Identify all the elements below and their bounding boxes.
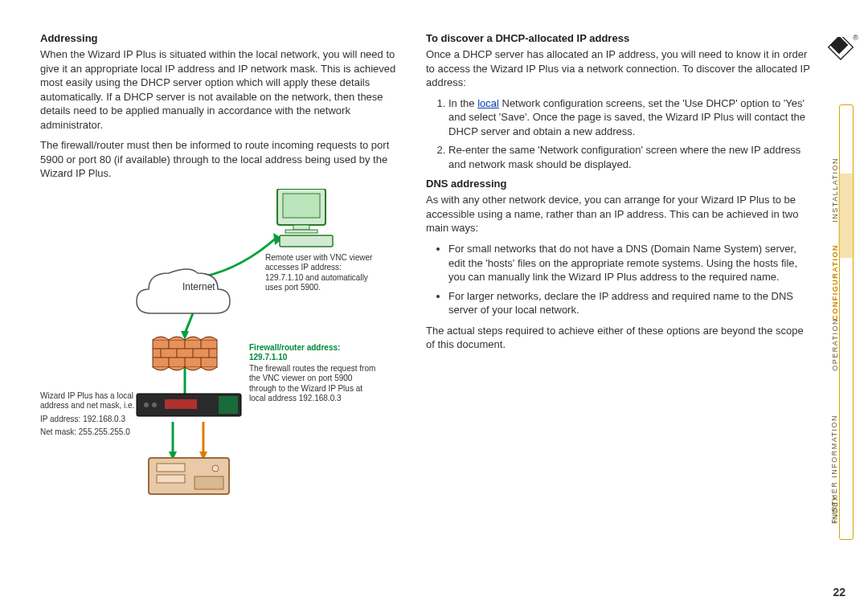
dns-intro: As with any other network device, you ca… [426, 193, 812, 235]
page-number: 22 [833, 586, 845, 599]
discover-intro: Once a DHCP server has allocated an IP a… [426, 47, 812, 90]
firewall-icon [153, 337, 217, 370]
addressing-paragraph-2: The firewall/router must then be informe… [40, 138, 402, 181]
monitor-icon [277, 189, 333, 247]
svg-rect-23 [165, 399, 197, 409]
svg-point-30 [212, 465, 219, 472]
svg-rect-6 [293, 225, 309, 230]
addressing-paragraph-1: When the Wizard IP Plus is situated with… [40, 47, 402, 132]
right-column: To discover a DHCP-allocated IP address … [426, 32, 812, 510]
brand-logo-icon: ® [825, 37, 854, 66]
svg-rect-5 [283, 194, 320, 218]
local-link[interactable]: local [477, 97, 499, 109]
firewall-title: Firewall/router address: 129.7.1.10 [249, 343, 378, 363]
nav-index[interactable]: INDEX [831, 495, 839, 523]
svg-point-26 [152, 403, 157, 407]
svg-rect-29 [157, 475, 185, 483]
wizard-device-icon [137, 394, 241, 416]
internet-label: Internet [182, 281, 215, 292]
dns-option-1: For small networks that do not have a DN… [448, 242, 812, 284]
discover-step-1: In the local Network configuration scree… [448, 96, 812, 139]
nav-configuration[interactable]: CONFIGURATION [831, 244, 839, 321]
remote-user-note: Remote user with VNC viewer accesses IP … [265, 253, 378, 293]
heading-dns: DNS addressing [426, 178, 812, 190]
heading-discover: To discover a DHCP-allocated IP address [426, 32, 812, 44]
dns-options: For small networks that do not have a DN… [426, 242, 812, 317]
svg-rect-24 [219, 396, 238, 414]
firewall-note: The firewall routes the request from the… [249, 364, 378, 404]
dns-option-2: For larger networks, declare the IP addr… [448, 289, 812, 317]
svg-rect-8 [280, 235, 333, 247]
svg-rect-7 [285, 230, 317, 233]
nav-installation[interactable]: INSTALLATION [831, 157, 839, 223]
side-navigation: INSTALLATION CONFIGURATION OPERATION FUR… [839, 104, 854, 540]
wizard-note-line3: Net mask: 255.255.255.0 [40, 427, 145, 438]
wizard-note-line2: IP address: 192.168.0.3 [40, 415, 145, 425]
discover-steps: In the local Network configuration scree… [426, 96, 812, 172]
nav-active-marker [838, 174, 854, 258]
svg-rect-31 [194, 476, 223, 489]
left-column: Addressing When the Wizard IP Plus is si… [40, 32, 402, 510]
server-icon [149, 458, 229, 494]
heading-addressing: Addressing [40, 32, 402, 44]
trademark-symbol: ® [853, 34, 858, 42]
wizard-note-line1: Wizard IP Plus has a local address and n… [40, 391, 145, 411]
dns-scope-note: The actual steps required to achieve eit… [426, 324, 812, 352]
svg-rect-28 [157, 464, 185, 472]
discover-step-2: Re-enter the same 'Network configuration… [448, 143, 812, 171]
nav-operation[interactable]: OPERATION [831, 318, 839, 371]
network-diagram: Internet Remote user with VNC viewer acc… [40, 189, 386, 510]
